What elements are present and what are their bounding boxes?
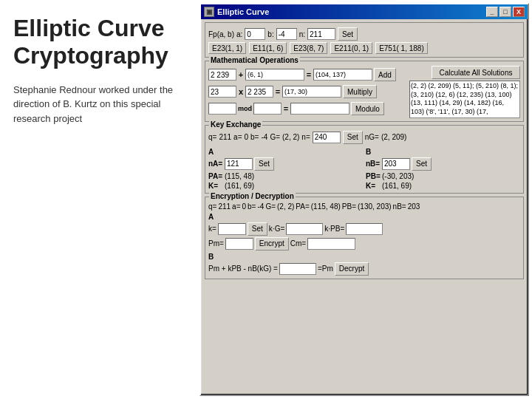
maximize-button[interactable]: □: [499, 7, 511, 17]
ke-nB-input[interactable]: [382, 158, 410, 170]
ke-a-value: 0: [245, 133, 249, 141]
subtitle: Stephanie Rednour worked under the direc…: [13, 83, 186, 126]
ke-a-label: a=: [233, 133, 242, 141]
enc-k-label: k=: [208, 225, 216, 233]
enc-kPB-label: k·PB=: [324, 225, 344, 233]
enc-A-label: A: [208, 213, 520, 221]
ke-nB-set-button[interactable]: Set: [412, 157, 432, 171]
ke-B-panel: B nB= Set PB= (-30, 203) K= (161, 69): [366, 146, 520, 190]
mult-input1[interactable]: [208, 86, 236, 98]
enc-params-row: q= 211 a= 0 b= -4 G= (2, 2) PA= (115, 48…: [208, 202, 520, 211]
ke-nA-input[interactable]: [225, 158, 253, 170]
enc-nB-value: 203: [408, 202, 420, 211]
enc-kG-input[interactable]: [286, 223, 323, 235]
main-title: Elliptic CurveCryptography: [13, 15, 186, 69]
enc-b-label: b=: [248, 202, 256, 211]
enc-PB-label: PB=: [342, 202, 356, 211]
enc-B-row: Pm + kPB - nB(kG) = =Pm Decrypt: [208, 262, 520, 276]
enc-PB-value: (130, 203): [358, 202, 392, 211]
ke-PB-label: PB=: [366, 172, 381, 180]
mult-op: x: [238, 87, 244, 96]
e751-1-188-button[interactable]: E751( 1, 188): [375, 42, 428, 54]
enc-set-button[interactable]: Set: [248, 222, 267, 236]
enc-PA-label: PA=: [296, 202, 309, 211]
enc-formula-label: Pm + kPB - nB(kG) =: [208, 265, 278, 273]
enc-G-value: (2, 2): [277, 202, 294, 211]
enc-k-input[interactable]: [218, 223, 246, 235]
ke-set-button[interactable]: Set: [343, 131, 363, 144]
enc-b-value: -4: [257, 202, 264, 211]
add-eq: =: [306, 70, 312, 79]
ke-nA-row: nA= Set: [208, 157, 363, 171]
b-input[interactable]: [276, 28, 297, 40]
e11-1-6-button[interactable]: E11(1, 6): [249, 42, 287, 54]
add-input1[interactable]: [208, 69, 236, 81]
encrypt-button[interactable]: Encrypt: [255, 237, 289, 250]
modulo-button[interactable]: Modulo: [351, 102, 384, 115]
mod-input2[interactable]: [253, 103, 282, 115]
enc-q-value: 211: [218, 202, 231, 211]
enc-kPB-input[interactable]: [346, 223, 383, 235]
ke-nA-set-button[interactable]: Set: [254, 157, 274, 171]
enc-Pm-input[interactable]: [225, 238, 253, 250]
ke-A-label: A: [208, 148, 363, 156]
mod-result: [290, 103, 349, 115]
add-result: (104, 137): [313, 69, 372, 81]
e211-0-1-button[interactable]: E211(0, 1): [330, 42, 372, 54]
minimize-button[interactable]: _: [486, 7, 498, 17]
calc-all-button[interactable]: Calculate All Solutions: [432, 66, 520, 79]
enc-Cm-label: Cm=: [290, 239, 306, 248]
n-label: n:: [299, 30, 305, 38]
math-section: Mathematical Operations + (6, 1) = (104,…: [205, 61, 524, 122]
ke-nG-value: (2, 209): [381, 133, 406, 141]
e23-8-7-button[interactable]: E23(8, 7): [290, 42, 327, 54]
close-button[interactable]: X: [513, 7, 525, 17]
ke-KA-row: K= (161, 69): [208, 182, 363, 190]
multiply-button[interactable]: Multiply: [343, 85, 377, 98]
ec-section: Fp(a, b) a: b: n: Set E23(1, 1) E11(1, 6…: [205, 22, 524, 58]
enc-G-label: G=: [265, 202, 276, 211]
ke-nA-label: nA=: [208, 160, 223, 168]
mod-eq: =: [283, 104, 289, 113]
ke-q-label: q=: [208, 133, 216, 141]
add-button[interactable]: Add: [374, 68, 396, 81]
enc-kG-label: k·G=: [269, 225, 284, 233]
ke-nG-label: nG=: [365, 133, 379, 141]
enc-A-row: k= Set k·G= k·PB=: [208, 222, 520, 236]
ke-KB-row: K= (161, 69): [366, 182, 520, 190]
ke-nB-label: nB=: [366, 160, 381, 168]
enc-a-value: 0: [242, 202, 247, 211]
encryption-section: Encryption / Decryption q= 211 a= 0 b= -…: [205, 197, 524, 279]
curve-variants-row: E23(1, 1) E11(1, 6) E23(8, 7) E211(0, 1)…: [208, 42, 520, 54]
ke-n-input[interactable]: [313, 132, 341, 143]
multiply-row: x = (17, 30) Multiply: [208, 85, 406, 98]
decrypt-button[interactable]: Decrypt: [335, 262, 369, 276]
mod-input1[interactable]: [208, 103, 236, 115]
a-label: a:: [236, 30, 242, 38]
math-results: (2, 2) (2, 209) (5, 11); (5, 210) (8, 1)…: [409, 81, 520, 118]
ke-KA-label: K=: [208, 182, 223, 190]
ke-KB-value: (161, 69): [382, 182, 412, 190]
ke-b-value: -4: [261, 133, 267, 141]
n-input[interactable]: [307, 28, 335, 40]
modulo-row: mod = Modulo: [208, 102, 406, 115]
a-input[interactable]: [245, 28, 265, 40]
title-bar-left: ▣ Elliptic Curve: [204, 7, 269, 17]
mod-op: mod: [238, 105, 252, 112]
enc-q-label: q=: [208, 202, 216, 211]
ke-params-row: q= 211 a= 0 b= -4 G= (2, 2) n= Set nG= (…: [208, 131, 520, 144]
add-op: +: [238, 70, 244, 79]
title-bar-buttons[interactable]: _ □ X: [486, 7, 525, 17]
ke-section-title: Key Exchange: [209, 120, 262, 129]
ke-n-label: n=: [301, 133, 310, 141]
enc-nB-label: nB=: [393, 202, 406, 211]
ec-set-button[interactable]: Set: [338, 27, 358, 41]
math-section-title: Mathematical Operations: [209, 56, 300, 64]
enc-formula-input[interactable]: [279, 263, 316, 275]
enc-PA-value: (115, 48): [311, 202, 341, 211]
ke-q-value: 211: [219, 133, 231, 141]
e23-1-1-button[interactable]: E23(1, 1): [208, 42, 246, 54]
mult-input2[interactable]: [245, 86, 273, 98]
enc-Cm-input[interactable]: [307, 238, 355, 250]
ke-G-value: (2, 2): [282, 133, 299, 141]
